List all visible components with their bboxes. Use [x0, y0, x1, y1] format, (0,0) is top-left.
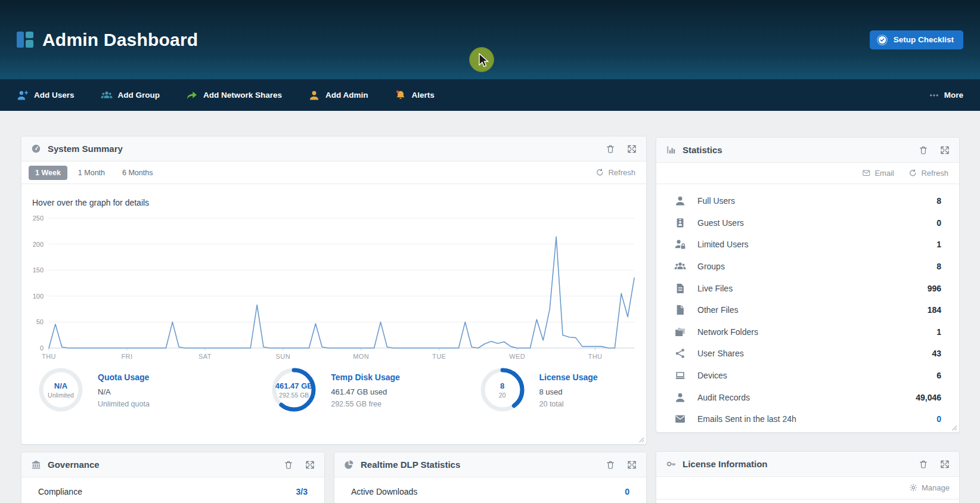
users-group-icon	[101, 89, 113, 101]
compliance-row: Compliance 3/3	[21, 477, 324, 496]
gauge-title-link[interactable]: Temp Disk Usage	[331, 372, 400, 382]
active-downloads-row: Active Downloads 0	[334, 477, 646, 496]
license-title: License Information	[683, 459, 768, 469]
id-badge-icon	[674, 217, 686, 229]
ellipsis-icon	[929, 90, 939, 101]
expand-icon[interactable]	[940, 145, 950, 155]
gauge-detail-1: 461.47 GB used	[331, 387, 400, 396]
compliance-value: 3/3	[296, 487, 308, 496]
stat-label: Emails Sent in the last 24h	[697, 414, 796, 424]
page-title: Admin Dashboard	[42, 30, 198, 50]
stat-label: Live Files	[697, 284, 733, 293]
more-button[interactable]: More	[929, 90, 963, 101]
stat-value: 1	[936, 327, 941, 337]
logo-bar	[17, 32, 24, 48]
dlp-statistics-panel: Realtime DLP Statistics Active Downloads…	[334, 452, 647, 503]
svg-text:200: 200	[33, 241, 44, 248]
governance-title: Governance	[48, 459, 100, 470]
stat-label: Network Folders	[697, 327, 758, 337]
stat-row-network-folders: Network Folders1	[674, 321, 941, 343]
stat-label: User Shares	[697, 349, 744, 358]
manage-button[interactable]: Manage	[909, 483, 950, 492]
stat-value: 49,046	[916, 393, 941, 402]
stat-label: Full Users	[697, 196, 735, 206]
stat-label: Audit Records	[697, 393, 750, 402]
folders-icon	[674, 326, 686, 338]
nav-item-add-network-shares[interactable]: Add Network Shares	[186, 89, 282, 101]
expand-icon[interactable]	[627, 144, 637, 154]
governance-header: Governance	[21, 452, 324, 477]
gauge-title-link[interactable]: Quota Usage	[98, 372, 150, 382]
governance-panel: Governance Compliance 3/3	[21, 452, 325, 503]
stat-row-guest-users: Guest Users0	[674, 212, 941, 234]
trash-icon[interactable]	[606, 144, 615, 154]
check-circle-icon	[876, 34, 888, 46]
tab-1-month[interactable]: 1 Month	[72, 166, 111, 180]
svg-text:100: 100	[33, 293, 44, 300]
resize-handle-icon[interactable]	[637, 436, 644, 443]
nav-item-label: Add Network Shares	[203, 91, 282, 100]
setup-checklist-label: Setup Checklist	[894, 35, 954, 44]
svg-text:0: 0	[40, 344, 44, 352]
gauge-title-link[interactable]: License Usage	[539, 372, 598, 382]
svg-text:SAT: SAT	[199, 353, 212, 360]
dlp-header: Realtime DLP Statistics	[334, 452, 646, 477]
refresh-icon	[908, 169, 917, 178]
statistics-list: Full Users8Guest Users0Limited Users1Gro…	[656, 184, 959, 430]
svg-text:THU: THU	[588, 353, 603, 360]
logo-square-bottom	[26, 40, 33, 48]
nav-item-alerts[interactable]: Alerts	[395, 89, 435, 101]
nav-item-add-users[interactable]: Add Users	[17, 89, 75, 101]
stat-row-user-shares: User Shares43	[674, 343, 941, 365]
gauge-license-usage: 8 20 License Usage 8 used 20 total	[480, 367, 637, 412]
system-summary-panel: System Summary 1 Week1 Month6 Months Ref…	[21, 136, 647, 445]
trash-icon[interactable]	[919, 459, 928, 469]
tab-1-week[interactable]: 1 Week	[29, 166, 67, 180]
refresh-button[interactable]: Refresh	[596, 168, 635, 177]
gauge-center-value: 8	[500, 381, 504, 390]
bank-icon	[31, 459, 41, 470]
gauge-center-sub: 20	[499, 392, 506, 399]
trash-icon[interactable]	[284, 460, 293, 470]
gauge-center-sub: 292.55 GB	[279, 392, 309, 399]
share-arrow-icon	[186, 89, 198, 101]
tab-6-months[interactable]: 6 Months	[116, 166, 159, 180]
nav-item-add-group[interactable]: Add Group	[101, 89, 160, 101]
gear-icon	[909, 483, 918, 492]
activity-line-chart[interactable]: 050100150200250THUFRISATSUNMONTUEWEDTHU	[31, 213, 637, 361]
usage-gauges: N/A Unlimited Quota Usage N/A Unlimited …	[31, 367, 637, 412]
nav-item-label: Add Admin	[325, 91, 368, 100]
stat-row-limited-users: Limited Users1	[674, 234, 941, 256]
expand-icon[interactable]	[627, 460, 637, 470]
email-button[interactable]: Email	[862, 169, 894, 178]
svg-text:TUE: TUE	[432, 353, 446, 360]
setup-checklist-button[interactable]: Setup Checklist	[870, 30, 963, 49]
stat-label: Guest Users	[697, 218, 744, 228]
refresh-button[interactable]: Refresh	[908, 169, 948, 178]
gauge-ring: N/A Unlimited	[38, 367, 83, 412]
stat-row-groups: Groups8	[674, 256, 941, 278]
stat-value: 8	[936, 262, 941, 271]
stat-label: Groups	[697, 262, 725, 271]
svg-text:MON: MON	[353, 353, 369, 360]
logo-square-top	[26, 32, 33, 38]
license-header: License Information	[656, 452, 959, 477]
stat-row-emails-sent-in-the-last-24h: Emails Sent in the last 24h0	[674, 408, 941, 430]
nav-item-label: Add Group	[118, 91, 160, 100]
gauge-center-value: N/A	[54, 381, 67, 390]
expand-icon[interactable]	[305, 460, 315, 470]
trash-icon[interactable]	[919, 145, 928, 155]
stat-value: 8	[936, 196, 941, 206]
svg-text:250: 250	[33, 215, 44, 222]
gauge-center-sub: Unlimited	[48, 392, 74, 399]
nav-item-add-admin[interactable]: Add Admin	[308, 89, 368, 101]
trash-icon[interactable]	[606, 460, 615, 470]
gauge-ring: 8 20	[480, 367, 525, 412]
stat-row-full-users: Full Users8	[674, 190, 941, 212]
resize-handle-icon[interactable]	[950, 424, 957, 431]
expand-icon[interactable]	[940, 459, 950, 469]
bell-alert-icon	[395, 89, 407, 101]
gauge-temp-disk-usage: 461.47 GB 292.55 GB Temp Disk Usage 461.…	[271, 367, 479, 412]
stat-row-other-files: Other Files184	[674, 299, 941, 321]
speedometer-icon	[31, 144, 41, 154]
